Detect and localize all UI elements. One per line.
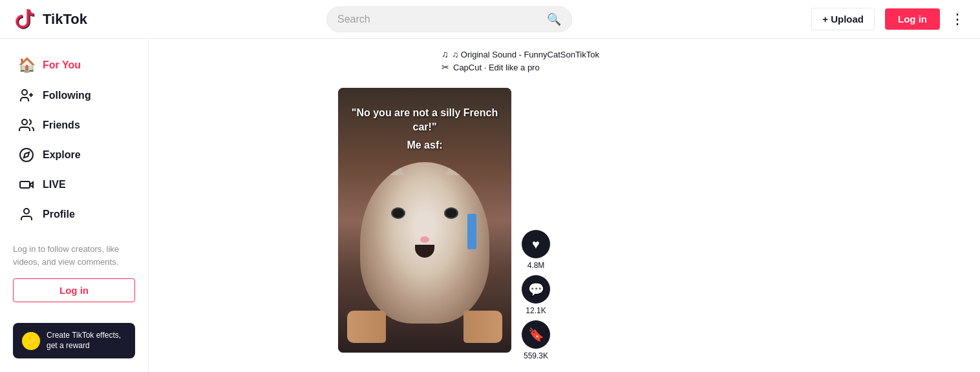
like-group: ♥ 4.8M <box>522 230 550 270</box>
svg-point-3 <box>22 119 27 125</box>
live-icon <box>18 177 35 192</box>
feed-container: ♫ ♫ Original Sound - FunnyCatSonTikTok ✂… <box>338 49 791 371</box>
capcut-text: CapCut · Edit like a pro <box>453 63 540 72</box>
sound-info: ♫ ♫ Original Sound - FunnyCatSonTikTok <box>442 49 791 59</box>
video-thumbnail[interactable]: "No you are not a silly French car!" Me … <box>338 88 511 353</box>
video-background: "No you are not a silly French car!" Me … <box>338 88 511 353</box>
capcut-icon: ✂ <box>442 62 449 72</box>
bookmark-count: 559.3K <box>524 351 548 360</box>
bookmark-group: 🔖 559.3K <box>522 320 550 360</box>
compass-icon <box>18 147 35 163</box>
sidebar-login-section: Log in to follow creators, like videos, … <box>0 230 148 313</box>
svg-point-8 <box>24 209 29 214</box>
blue-element <box>467 214 476 249</box>
effects-banner[interactable]: ✨ Create TikTok effects, get a reward <box>13 323 135 358</box>
sidebar-label-live: LIVE <box>43 179 66 191</box>
layout: 🏠 For You Following Friends <box>0 0 980 371</box>
person-add-icon <box>18 88 35 103</box>
sidebar-label-friends: Friends <box>43 119 80 131</box>
effects-icon: ✨ <box>22 332 40 350</box>
like-button[interactable]: ♥ <box>522 230 550 258</box>
like-count: 4.8M <box>527 261 545 270</box>
person-icon <box>18 207 35 222</box>
sidebar-label-following: Following <box>43 90 91 101</box>
capcut-info[interactable]: ✂ CapCut · Edit like a pro <box>442 62 791 72</box>
comment-count: 12.1K <box>526 306 546 315</box>
login-button-header[interactable]: Log in <box>885 8 940 30</box>
sound-text: ♫ Original Sound - FunnyCatSonTikTok <box>453 50 599 59</box>
effects-text: Create TikTok effects, get a reward <box>47 331 121 351</box>
sidebar-item-explore[interactable]: Explore <box>5 141 143 169</box>
sidebar-item-friends[interactable]: Friends <box>5 111 143 140</box>
music-icon: ♫ <box>442 49 449 59</box>
login-button-sidebar[interactable]: Log in <box>13 278 135 302</box>
video-text-overlay-2: Me asf: <box>338 140 511 151</box>
sidebar-label-explore: Explore <box>43 149 81 161</box>
header-logo-area: TikTok <box>16 8 87 30</box>
search-input[interactable] <box>337 14 542 25</box>
header-search-area: 🔍 <box>255 6 643 32</box>
more-options-button[interactable]: ⋮ <box>950 11 964 28</box>
comment-group: 💬 12.1K <box>522 275 550 315</box>
bookmark-button[interactable]: 🔖 <box>522 320 550 349</box>
people-icon <box>18 118 35 133</box>
sidebar-item-live[interactable]: LIVE <box>5 170 143 199</box>
sidebar-item-profile[interactable]: Profile <box>5 200 143 229</box>
upload-button[interactable]: + Upload <box>811 8 875 30</box>
sidebar-label-profile: Profile <box>43 209 75 220</box>
comment-button[interactable]: 💬 <box>522 275 550 304</box>
action-sidebar: ♥ 4.8M 💬 12.1K 🔖 559.3K <box>522 88 550 360</box>
search-bar[interactable]: 🔍 <box>326 6 572 32</box>
sidebar: 🏠 For You Following Friends <box>0 39 149 372</box>
sidebar-item-following[interactable]: Following <box>5 81 143 110</box>
sidebar-login-text: Log in to follow creators, like videos, … <box>13 243 135 268</box>
video-card: "No you are not a silly French car!" Me … <box>338 78 791 371</box>
header: TikTok 🔍 + Upload Log in ⋮ <box>0 0 980 39</box>
svg-point-4 <box>20 149 33 161</box>
above-video-info: ♫ ♫ Original Sound - FunnyCatSonTikTok ✂… <box>338 49 791 78</box>
sidebar-item-for-you[interactable]: 🏠 For You <box>5 50 143 80</box>
video-text-overlay-1: "No you are not a silly French car!" <box>338 106 511 135</box>
header-actions: + Upload Log in ⋮ <box>811 8 964 30</box>
home-icon: 🏠 <box>18 57 35 74</box>
tiktok-logo-icon <box>16 8 37 30</box>
logo-text: TikTok <box>43 11 87 28</box>
svg-marker-5 <box>24 152 29 158</box>
search-icon: 🔍 <box>547 12 561 26</box>
svg-point-0 <box>22 90 27 95</box>
sidebar-label-for-you: For You <box>43 59 81 71</box>
main-feed: ♫ ♫ Original Sound - FunnyCatSonTikTok ✂… <box>149 39 980 371</box>
svg-rect-6 <box>20 181 30 188</box>
